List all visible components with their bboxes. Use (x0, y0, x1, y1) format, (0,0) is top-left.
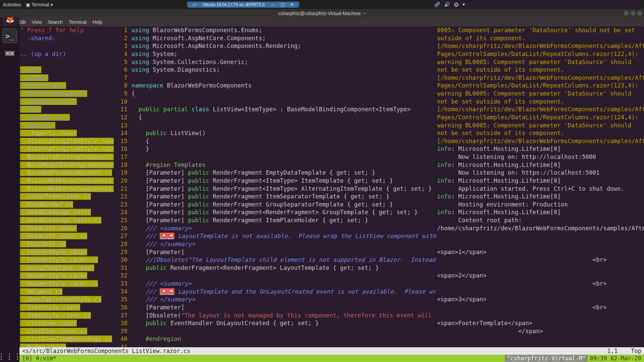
power-icon[interactable]: ⏻ (454, 1, 459, 8)
volume-icon[interactable]: 🔊 (444, 1, 450, 8)
ctrl-alt-icon[interactable]: ⮐ (193, 2, 197, 7)
launcher: 🦊 >_ ▣▣ ⋮⋮⋮ (0, 9, 19, 362)
nerdtree[interactable]: " Press ? for help -shared- .. (up a dir… (19, 26, 114, 347)
activities-button[interactable]: Activities (3, 2, 21, 7)
menu-bar: File Edit View Search Terminal Help (0, 17, 644, 26)
vm-minimize-icon[interactable]: — (271, 2, 275, 7)
maximize-button[interactable] (631, 11, 635, 16)
build-output[interactable]: 0005: Component parameter 'DataSource' s… (436, 26, 644, 347)
window-title: csharpfritz@csharpfritz-Virtual-Machine:… (278, 11, 366, 16)
menu-terminal[interactable]: Terminal (69, 19, 87, 25)
windows-icon[interactable]: ▣▣ (2, 45, 17, 60)
menu-help[interactable]: Help (93, 19, 102, 25)
close-button[interactable] (637, 11, 642, 16)
vm-banner: ⮐ Ubuntu 18.04.2 LTS on JEFRITZ-3 — ▢ ✕ (187, 2, 299, 8)
window-titlebar: csharpfritz@csharpfritz-Virtual-Machine:… (0, 9, 644, 17)
app-menu-terminal[interactable]: ▣ Terminal ▾ (26, 2, 53, 7)
network-icon[interactable]: 🔗 (434, 1, 440, 8)
terminal-icon[interactable]: >_ (2, 28, 17, 43)
apps-grid-icon[interactable]: ⋮⋮⋮ (0, 352, 22, 361)
menu-view[interactable]: View (32, 19, 42, 25)
menu-search[interactable]: Search (48, 19, 63, 25)
vm-close-icon[interactable]: ✕ (290, 2, 294, 7)
code-editor[interactable]: using BlazorWebFormsComponents.Enums; us… (130, 26, 436, 347)
dropdown-icon[interactable]: ▾ (463, 1, 465, 8)
line-gutter: 1 2 3 4 5 6 7 8 9 10 11 12 13 14 15 16 1… (114, 26, 130, 347)
tmux-statusline: [0] 0:vim* "csharpfritz-Virtual-M" 09:39… (19, 355, 644, 362)
vim-statusline: <s/src/BlazorWebFormsComponents ListView… (19, 347, 644, 355)
minimize-button[interactable] (624, 11, 629, 16)
vm-maximize-icon[interactable]: ▢ (281, 2, 284, 7)
